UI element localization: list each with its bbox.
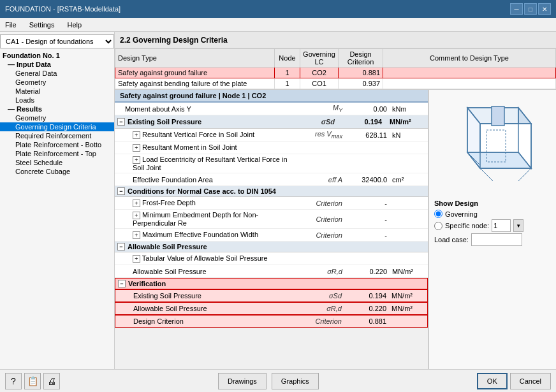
- detail-row: + Load Eccentricity of Resultant Vertica…: [115, 154, 428, 173]
- tree-input-data[interactable]: — Input Data: [0, 60, 114, 69]
- detail-label: + Frost-Free Depth: [115, 198, 294, 208]
- help-icon-button[interactable]: ?: [5, 373, 22, 389]
- section-label: Allowable Soil Pressure: [128, 243, 207, 250]
- expand-icon[interactable]: +: [133, 200, 140, 207]
- detail-label: Allowable Soil Pressure: [115, 303, 293, 314]
- detail-sym: Criterion: [294, 214, 345, 224]
- left-panel: CA1 - Design of foundations Foundation N…: [0, 32, 115, 369]
- node-dropdown-btn[interactable]: ▼: [513, 219, 523, 232]
- drawings-button[interactable]: Drawings: [218, 373, 267, 389]
- cancel-button[interactable]: Cancel: [510, 373, 551, 389]
- copy-button[interactable]: 📋: [24, 373, 41, 389]
- expand-icon[interactable]: −: [117, 118, 125, 126]
- detail-unit: kN: [390, 130, 428, 140]
- expand-icon[interactable]: −: [117, 187, 125, 195]
- foundation-cube-graphic: [442, 95, 544, 197]
- expand-icon[interactable]: +: [133, 131, 140, 139]
- detail-value: -: [345, 230, 390, 240]
- cell-node: 1: [275, 78, 300, 89]
- close-button[interactable]: ✕: [538, 3, 551, 15]
- tree-general-data[interactable]: General Data: [0, 69, 114, 78]
- load-case-input[interactable]: [471, 233, 522, 246]
- bottom-left-buttons: ? 📋 🖨: [5, 373, 60, 389]
- cell-lc: CO2: [300, 68, 339, 78]
- tree-required-reinforcement[interactable]: Required Reinforcement: [0, 131, 114, 140]
- specific-node-radio[interactable]: [434, 222, 443, 230]
- detail-row: Existing Soil Pressure σSd 0.194 MN/m²: [115, 289, 428, 302]
- load-case-label: Load case:: [434, 236, 469, 243]
- maximize-button[interactable]: □: [524, 3, 537, 15]
- expand-icon[interactable]: −: [118, 280, 126, 287]
- print-button[interactable]: 🖨: [43, 373, 60, 389]
- detail-unit: [389, 320, 427, 323]
- specific-node-label: Specific node:: [445, 222, 489, 229]
- menu-help[interactable]: Help: [64, 20, 84, 29]
- detail-label: Moment about Axis Y: [115, 104, 294, 114]
- section-header: 2.2 Governing Design Criteria: [115, 32, 556, 48]
- detail-unit: [390, 234, 428, 236]
- detail-value: 0.220: [344, 303, 389, 314]
- cell-design-type: Safety against ground failure: [115, 68, 275, 78]
- expand-icon[interactable]: +: [133, 231, 140, 239]
- detail-value: [345, 258, 390, 260]
- detail-row: Moment about Axis Y MY 0.00 kNm: [115, 103, 428, 115]
- detail-sym: res Vmax: [294, 129, 345, 141]
- governing-radio[interactable]: [434, 210, 443, 218]
- expand-icon[interactable]: +: [133, 156, 140, 164]
- detail-unit: MN/m²: [389, 303, 427, 314]
- detail-unit: [390, 218, 428, 221]
- title-bar: FOUNDATION - [RSTAB-Modelldata] ─ □ ✕: [0, 0, 556, 18]
- tree-plate-bottom[interactable]: Plate Reinforcement - Botto: [0, 140, 114, 149]
- expand-icon[interactable]: +: [133, 144, 140, 152]
- ok-button[interactable]: OK: [477, 373, 508, 389]
- show-design-section: Show Design Governing Specific node: ▼ L…: [434, 200, 551, 246]
- tree-concrete-cubage[interactable]: Concrete Cubage: [0, 167, 114, 176]
- tree-loads[interactable]: Loads: [0, 96, 114, 105]
- tree-geometry-results[interactable]: Geometry: [0, 113, 114, 122]
- detail-sym: eff A: [294, 175, 345, 185]
- tree-material[interactable]: Material: [0, 87, 114, 96]
- menu-file[interactable]: File: [3, 20, 19, 29]
- top-table-area: Design Type Node GoverningLC DesignCrite…: [115, 48, 556, 90]
- detail-header: Safety against ground failure | Node 1 |…: [115, 90, 428, 103]
- detail-label: + Load Eccentricity of Resultant Vertica…: [115, 154, 294, 173]
- minimize-button[interactable]: ─: [510, 3, 523, 15]
- svg-line-11: [480, 168, 493, 181]
- expand-icon[interactable]: +: [133, 212, 140, 219]
- right-panel: 2.2 Governing Design Criteria Design Typ…: [115, 32, 556, 369]
- detail-value: 0.00: [345, 104, 390, 114]
- expand-icon[interactable]: −: [117, 243, 125, 250]
- tree-steel-schedule[interactable]: Steel Schedule: [0, 158, 114, 167]
- cell-criterion: 0.937: [339, 78, 383, 89]
- cell-comment: [383, 68, 556, 78]
- col-node: Node: [275, 49, 300, 68]
- detail-row: Effective Foundation Area eff A 32400.0 …: [115, 173, 428, 186]
- node-input[interactable]: [492, 219, 511, 232]
- menu-bar: File Settings Help: [0, 18, 556, 32]
- detail-label: Existing Soil Pressure: [115, 291, 293, 301]
- table-row[interactable]: Safety against bending failure of the pl…: [115, 78, 556, 89]
- detail-sym: Criterion: [293, 316, 344, 326]
- detail-unit: [390, 202, 428, 205]
- detail-value: 0.220: [345, 266, 390, 277]
- detail-value: 628.11: [345, 130, 390, 140]
- tree-governing-design[interactable]: Governing Design Criteria: [0, 122, 114, 131]
- case-dropdown[interactable]: CA1 - Design of foundations: [0, 34, 114, 48]
- detail-value: 32400.0: [345, 175, 390, 185]
- tree-geometry-input[interactable]: Geometry: [0, 78, 114, 87]
- detail-value: [345, 147, 390, 149]
- tree-results[interactable]: — Results: [0, 105, 114, 113]
- governing-radio-row: Governing: [434, 210, 551, 218]
- detail-label: + Resultant Moment in Soil Joint: [115, 142, 294, 153]
- section-value: 0.194: [340, 117, 384, 127]
- table-row[interactable]: Safety against ground failure 1 CO2 0.88…: [115, 68, 556, 78]
- cell-criterion: 0.881: [339, 68, 383, 78]
- detail-value: [345, 163, 390, 165]
- menu-settings[interactable]: Settings: [27, 20, 57, 29]
- tree-plate-top[interactable]: Plate Reinforcement - Top: [0, 149, 114, 158]
- section-header-text: 2.2 Governing Design Criteria: [120, 36, 228, 45]
- graphics-button[interactable]: Graphics: [272, 373, 319, 389]
- expand-icon[interactable]: +: [133, 255, 140, 263]
- bottom-bar: ? 📋 🖨 Drawings Graphics OK Cancel: [0, 369, 556, 392]
- col-governing-lc: GoverningLC: [300, 49, 339, 68]
